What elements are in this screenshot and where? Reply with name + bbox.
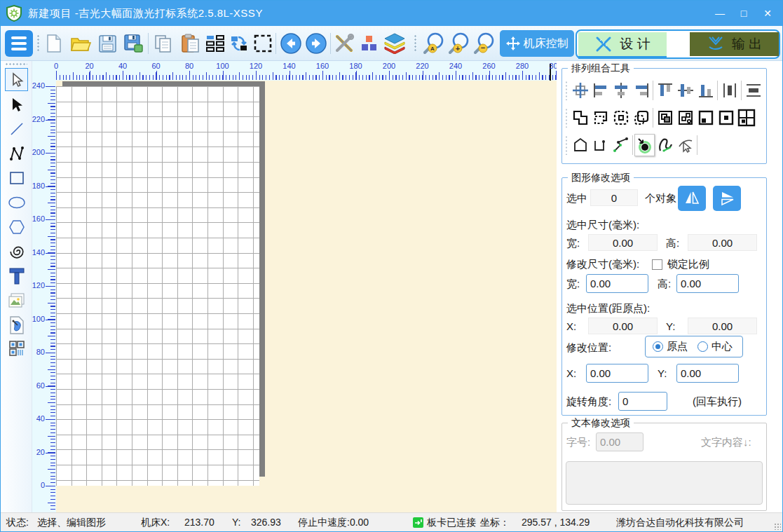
group-button[interactable] (590, 107, 611, 129)
ruler-tick (522, 71, 523, 80)
machine-control-button[interactable]: 机床控制 (500, 30, 574, 57)
ruler-label: 200 (383, 62, 395, 70)
zoom-fit-button[interactable]: A (420, 31, 448, 56)
center-radio[interactable]: 中心 (697, 340, 733, 353)
text-tool-button[interactable] (5, 264, 28, 287)
origin-center-button[interactable] (716, 107, 736, 129)
minimize-button[interactable]: — (708, 4, 732, 23)
flip-vertical-button[interactable] (713, 186, 741, 211)
tab-design[interactable]: 设 计 (578, 32, 667, 56)
speed-status: 停止中速度:0.00 (298, 517, 369, 529)
arrange-tools-group: 排列组合工具 (561, 68, 767, 164)
ruler-tick (456, 71, 456, 80)
toolbar-separator (148, 33, 149, 54)
maximize-button[interactable]: □ (732, 4, 756, 23)
ruler-tick (46, 86, 55, 87)
origin-grid-button[interactable] (736, 107, 756, 129)
ruler-label: 120 (250, 62, 262, 70)
new-file-button[interactable] (41, 31, 67, 56)
lock-ratio-checkbox[interactable] (652, 259, 662, 270)
forward-button[interactable] (304, 31, 329, 56)
text-modify-title: 文本修改选项 (568, 417, 634, 430)
save-button[interactable] (95, 31, 120, 56)
align-right-button[interactable] (631, 79, 651, 102)
save-icon (98, 34, 117, 53)
freehand-curve-button[interactable] (655, 134, 675, 156)
add-node-button[interactable] (634, 134, 655, 156)
marquee-select-button[interactable] (250, 31, 275, 56)
drawing-canvas[interactable] (56, 81, 557, 512)
menu-button[interactable] (5, 30, 33, 57)
close-button[interactable]: ✕ (756, 4, 779, 23)
open-polygon-button[interactable] (590, 134, 611, 156)
space-equal-h-button[interactable] (719, 79, 740, 102)
ellipse-tool-button[interactable] (5, 191, 28, 214)
layers-button[interactable] (382, 31, 407, 56)
combine-button[interactable] (655, 107, 675, 129)
marquee-select-icon (253, 34, 273, 53)
origin-corner-button[interactable] (695, 107, 716, 129)
ellipse-icon (8, 195, 26, 210)
blocks-button[interactable] (357, 31, 382, 56)
array-copy-button[interactable] (204, 31, 226, 56)
line-tool-button[interactable] (5, 117, 28, 140)
select-tool-button[interactable] (5, 68, 28, 91)
array-tool-button[interactable] (5, 336, 28, 360)
transform-rotate-button[interactable] (226, 31, 252, 56)
ruler-tick (56, 71, 57, 80)
spiral-tool-button[interactable] (5, 240, 28, 263)
polyline-tool-button[interactable] (5, 142, 28, 165)
align-tool-row (565, 79, 763, 102)
polygon-tool-button[interactable] (5, 215, 28, 238)
vector-file-tool-button[interactable] (5, 313, 28, 336)
settings-tools-button[interactable] (332, 31, 357, 56)
zoom-out-button[interactable]: − (472, 31, 497, 56)
origin-radio-label: 原点 (667, 340, 688, 353)
weld-shapes-button[interactable] (570, 107, 590, 129)
copy-button[interactable] (151, 31, 176, 56)
array-grid-icon (8, 340, 25, 357)
align-bottom-button[interactable] (695, 79, 716, 102)
origin-radio[interactable]: 原点 (653, 340, 688, 353)
layers-icon (383, 33, 406, 54)
save-as-button[interactable] (121, 31, 147, 56)
resize-grip[interactable] (774, 523, 781, 530)
flip-horizontal-button[interactable] (678, 186, 706, 211)
break-apart-button[interactable] (675, 107, 695, 129)
work-area-grid[interactable] (56, 86, 259, 486)
align-middle-button[interactable] (675, 79, 695, 102)
modify-height-input[interactable] (676, 274, 739, 293)
edit-nodes-button[interactable] (611, 134, 631, 156)
align-center-both-button[interactable] (570, 79, 590, 102)
open-file-button[interactable] (68, 31, 93, 56)
ruler-label: 240 (449, 62, 462, 70)
ruler-tick (46, 286, 55, 287)
laser-output-icon (707, 36, 725, 53)
zoom-in-icon: + (447, 32, 471, 55)
machine-y-value: 326.93 (251, 517, 281, 528)
back-button[interactable] (278, 31, 304, 56)
ruler-label: 60 (36, 381, 45, 390)
zoom-out-icon: − (472, 32, 496, 55)
tab-output[interactable]: 输 出 (690, 32, 779, 56)
align-left-button[interactable] (590, 79, 611, 102)
back-arrow-icon (280, 32, 302, 55)
paste-button[interactable] (177, 31, 203, 56)
select-curve-button[interactable] (675, 134, 695, 156)
modify-x-input[interactable] (586, 364, 648, 383)
regroup-button[interactable] (631, 107, 651, 129)
space-equal-v-button[interactable] (743, 79, 763, 102)
machine-x-value: 213.70 (184, 517, 215, 528)
vector-file-icon (8, 316, 25, 334)
modify-width-input[interactable] (586, 274, 648, 293)
image-tool-button[interactable] (5, 289, 28, 312)
pick-tool-button[interactable] (5, 93, 28, 116)
close-polygon-button[interactable] (570, 134, 590, 156)
modify-y-input[interactable] (676, 364, 739, 383)
zoom-in-button[interactable]: + (447, 31, 472, 56)
align-center-h-button[interactable] (611, 79, 631, 102)
align-top-button[interactable] (655, 79, 675, 102)
rectangle-tool-button[interactable] (5, 166, 28, 189)
ungroup-button[interactable] (611, 107, 631, 129)
rotate-angle-input[interactable] (618, 392, 667, 411)
